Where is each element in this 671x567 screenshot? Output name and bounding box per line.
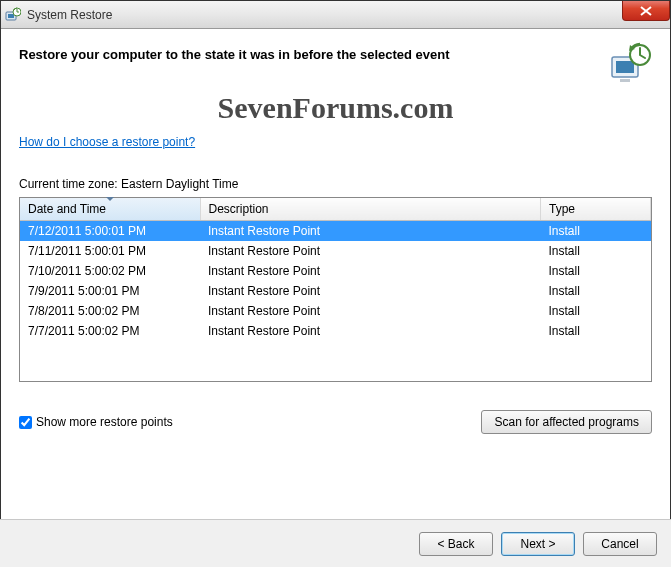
back-button[interactable]: < Back	[419, 532, 493, 556]
cell-datetime: 7/8/2011 5:00:02 PM	[20, 301, 200, 321]
close-button[interactable]	[622, 1, 670, 21]
table-row[interactable]: 7/12/2011 5:00:01 PMInstant Restore Poin…	[20, 221, 651, 242]
cancel-button[interactable]: Cancel	[583, 532, 657, 556]
column-label: Date and Time	[28, 202, 106, 216]
restore-icon	[608, 41, 652, 85]
page-heading: Restore your computer to the state it wa…	[19, 41, 450, 62]
window-title: System Restore	[27, 8, 112, 22]
svg-rect-5	[620, 79, 630, 82]
cell-datetime: 7/11/2011 5:00:01 PM	[20, 241, 200, 261]
table-row[interactable]: 7/10/2011 5:00:02 PMInstant Restore Poin…	[20, 261, 651, 281]
table-empty-area	[20, 341, 651, 381]
cell-datetime: 7/9/2011 5:00:01 PM	[20, 281, 200, 301]
svg-rect-1	[8, 14, 14, 18]
header-row: Restore your computer to the state it wa…	[19, 41, 652, 85]
app-icon	[5, 7, 21, 23]
cell-description: Instant Restore Point	[200, 321, 541, 341]
watermark-text: SevenForums.com	[19, 91, 652, 125]
cell-description: Instant Restore Point	[200, 301, 541, 321]
column-label: Type	[549, 202, 575, 216]
scan-button[interactable]: Scan for affected programs	[481, 410, 652, 434]
cell-description: Instant Restore Point	[200, 221, 541, 242]
cell-type: Install	[541, 281, 651, 301]
column-header-type[interactable]: Type	[541, 198, 651, 221]
cell-description: Instant Restore Point	[200, 241, 541, 261]
cell-type: Install	[541, 261, 651, 281]
cell-datetime: 7/12/2011 5:00:01 PM	[20, 221, 200, 242]
show-more-checkbox[interactable]: Show more restore points	[19, 415, 173, 429]
help-link[interactable]: How do I choose a restore point?	[19, 135, 195, 149]
table-row[interactable]: 7/9/2011 5:00:01 PMInstant Restore Point…	[20, 281, 651, 301]
footer-bar: < Back Next > Cancel	[0, 519, 671, 567]
timezone-label: Current time zone: Eastern Daylight Time	[19, 177, 652, 191]
cell-type: Install	[541, 221, 651, 242]
cell-datetime: 7/10/2011 5:00:02 PM	[20, 261, 200, 281]
below-table-row: Show more restore points Scan for affect…	[19, 410, 652, 434]
cell-datetime: 7/7/2011 5:00:02 PM	[20, 321, 200, 341]
cell-description: Instant Restore Point	[200, 281, 541, 301]
column-header-datetime[interactable]: Date and Time	[20, 198, 200, 221]
table-row[interactable]: 7/7/2011 5:00:02 PMInstant Restore Point…	[20, 321, 651, 341]
show-more-label: Show more restore points	[36, 415, 173, 429]
cell-type: Install	[541, 321, 651, 341]
table-row[interactable]: 7/11/2011 5:00:01 PMInstant Restore Poin…	[20, 241, 651, 261]
cell-description: Instant Restore Point	[200, 261, 541, 281]
column-header-description[interactable]: Description	[200, 198, 541, 221]
cell-type: Install	[541, 241, 651, 261]
table-row[interactable]: 7/8/2011 5:00:02 PMInstant Restore Point…	[20, 301, 651, 321]
cell-type: Install	[541, 301, 651, 321]
column-label: Description	[209, 202, 269, 216]
svg-rect-4	[616, 61, 634, 73]
sort-descending-icon	[106, 197, 114, 201]
content-area: Restore your computer to the state it wa…	[1, 29, 670, 434]
show-more-input[interactable]	[19, 416, 32, 429]
titlebar: System Restore	[1, 1, 670, 29]
restore-points-table: Date and Time Description Type 7/12/2011…	[19, 197, 652, 382]
next-button[interactable]: Next >	[501, 532, 575, 556]
